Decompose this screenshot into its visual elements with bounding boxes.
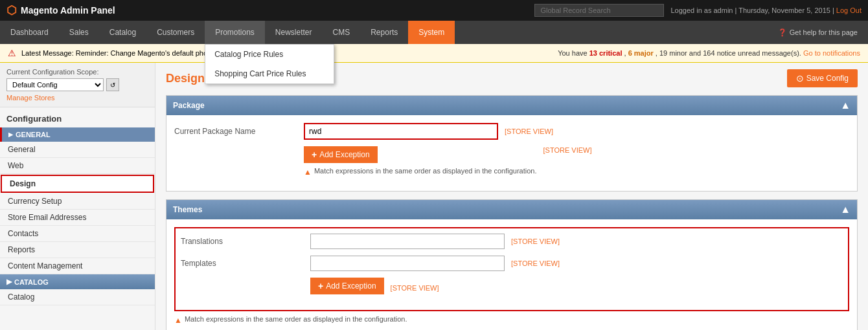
- general-item-currency[interactable]: Currency Setup: [0, 193, 155, 210]
- logo: ⬡ Magento Admin Panel: [6, 3, 115, 17]
- catalog-item-catalog[interactable]: Catalog: [0, 289, 155, 305]
- logout-link[interactable]: Log Out: [836, 6, 862, 14]
- general-item-contacts[interactable]: Contacts: [0, 226, 155, 242]
- plus-icon: +: [312, 149, 317, 160]
- package-collapse-btn[interactable]: ▲: [840, 100, 851, 111]
- translations-label: Translations: [181, 237, 310, 246]
- message-text: Latest Message: Reminder: Change Magento…: [21, 49, 207, 57]
- notifications-link[interactable]: Go to notifications: [803, 49, 860, 57]
- nav-customers[interactable]: Customers: [146, 21, 205, 44]
- global-search-input[interactable]: [534, 4, 664, 17]
- templates-store-view: [STORE VIEW]: [511, 259, 560, 267]
- package-panel-title: Package: [173, 101, 205, 110]
- critical-count: 13 critical: [589, 49, 622, 57]
- scope-section: Current Configuration Scope: Default Con…: [0, 63, 155, 107]
- general-item-store-email[interactable]: Store Email Addresses: [0, 210, 155, 226]
- package-name-input[interactable]: [304, 123, 498, 140]
- translations-input[interactable]: [310, 234, 505, 249]
- header: ⬡ Magento Admin Panel Logged in as admin…: [0, 0, 868, 21]
- themes-panel-header[interactable]: Themes ▲: [166, 200, 857, 219]
- general-header-label: GENERAL: [16, 131, 51, 138]
- themes-collapse-btn[interactable]: ▲: [840, 204, 851, 215]
- catalog-section-header[interactable]: ▶ CATALOG: [0, 274, 155, 289]
- scope-refresh-btn[interactable]: ↺: [106, 78, 119, 91]
- catalog-header-label: CATALOG: [14, 278, 49, 286]
- general-item-reports[interactable]: Reports: [0, 242, 155, 258]
- help-icon: ❓: [778, 28, 787, 37]
- nav-newsletter[interactable]: Newsletter: [265, 21, 323, 44]
- themes-add-exception-row: + Add Exception [STORE VIEW]: [181, 278, 843, 298]
- general-item-content-mgmt[interactable]: Content Management: [0, 258, 155, 274]
- themes-plus-icon: +: [318, 281, 323, 291]
- general-item-design[interactable]: Design: [1, 175, 154, 193]
- message-bar: ⚠ Latest Message: Reminder: Change Magen…: [0, 44, 868, 63]
- layout: Current Configuration Scope: Default Con…: [0, 63, 868, 330]
- translations-row: Translations [STORE VIEW]: [181, 234, 843, 249]
- catalog-arrow-icon: ▶: [6, 278, 12, 286]
- logo-text: Magento Admin Panel: [21, 5, 115, 16]
- templates-label: Templates: [181, 259, 310, 268]
- themes-panel-body: Translations [STORE VIEW] Templates [STO…: [166, 219, 857, 330]
- shopping-cart-price-rules-item[interactable]: Shopping Cart Price Rules: [205, 64, 334, 83]
- package-name-label: Current Package Name: [174, 127, 304, 136]
- user-info: Logged in as admin | Thursday, November …: [670, 6, 862, 14]
- nav-catalog[interactable]: Catalog: [99, 21, 146, 44]
- save-icon: ⊙: [796, 73, 804, 83]
- general-section-header[interactable]: ▶ GENERAL: [0, 127, 155, 142]
- scope-select[interactable]: Default Config: [6, 78, 104, 91]
- themes-note-icon: ▲: [174, 316, 182, 325]
- nav-cms[interactable]: CMS: [323, 21, 361, 44]
- help-link[interactable]: ❓ Get help for this page: [768, 21, 868, 44]
- config-title: Configuration: [0, 107, 155, 127]
- package-panel-body: Current Package Name [STORE VIEW] + Add …: [166, 115, 857, 191]
- package-add-exception-row: + Add Exception ▲ Match expressions in t…: [174, 146, 849, 177]
- themes-note: ▲ Match expressions in the same order as…: [174, 315, 849, 325]
- save-config-button[interactable]: ⊙ Save Config: [787, 69, 858, 87]
- sidebar: Current Configuration Scope: Default Con…: [0, 63, 155, 330]
- nav-dashboard[interactable]: Dashboard: [0, 21, 59, 44]
- themes-add-exception-button[interactable]: + Add Exception: [310, 278, 384, 294]
- major-count: 6 major: [628, 49, 654, 57]
- nav-sales[interactable]: Sales: [59, 21, 99, 44]
- general-item-web[interactable]: Web: [0, 158, 155, 174]
- package-note: ▲ Match expressions in the same order as…: [304, 167, 537, 177]
- magento-icon: ⬡: [6, 3, 17, 17]
- manage-stores-link[interactable]: Manage Stores: [6, 94, 148, 102]
- themes-panel-title: Themes: [173, 205, 202, 214]
- main-content: Design ⊙ Save Config Package ▲ Current P…: [155, 63, 868, 330]
- nav-promotions[interactable]: Promotions: [205, 21, 265, 44]
- promotions-dropdown-menu: Catalog Price Rules Shopping Cart Price …: [205, 44, 334, 84]
- package-store-view-label: [STORE VIEW]: [505, 127, 553, 135]
- nav-system[interactable]: System: [408, 21, 455, 44]
- templates-input[interactable]: [310, 256, 505, 271]
- general-item-general[interactable]: General: [0, 142, 155, 158]
- themes-panel: Themes ▲ Translations [STORE VIEW] Templ…: [166, 199, 858, 330]
- notification-bar: You have 13 critical , 6 major , 19 mino…: [558, 49, 860, 57]
- page-title: Design: [166, 72, 205, 85]
- package-panel-header[interactable]: Package ▲: [166, 96, 857, 115]
- themes-exception-store-view: [STORE VIEW]: [391, 284, 439, 292]
- nav-promotions-dropdown[interactable]: Promotions Catalog Price Rules Shopping …: [205, 21, 265, 44]
- package-name-row: Current Package Name [STORE VIEW]: [174, 123, 849, 140]
- templates-row: Templates [STORE VIEW]: [181, 256, 843, 271]
- package-exception-store-view: [STORE VIEW]: [543, 146, 592, 154]
- navbar: Dashboard Sales Catalog Customers Promot…: [0, 21, 868, 44]
- warn-icon: ⚠: [8, 48, 16, 58]
- package-add-exception-button[interactable]: + Add Exception: [304, 146, 378, 163]
- catalog-price-rules-item[interactable]: Catalog Price Rules: [205, 45, 334, 64]
- nav-reports[interactable]: Reports: [360, 21, 408, 44]
- themes-highlight-box: Translations [STORE VIEW] Templates [STO…: [174, 227, 849, 311]
- scope-label: Current Configuration Scope:: [6, 68, 148, 76]
- translations-store-view: [STORE VIEW]: [511, 237, 560, 245]
- note-icon: ▲: [304, 168, 312, 177]
- arrow-icon: ▶: [8, 131, 13, 138]
- package-panel: Package ▲ Current Package Name [STORE VI…: [166, 95, 858, 192]
